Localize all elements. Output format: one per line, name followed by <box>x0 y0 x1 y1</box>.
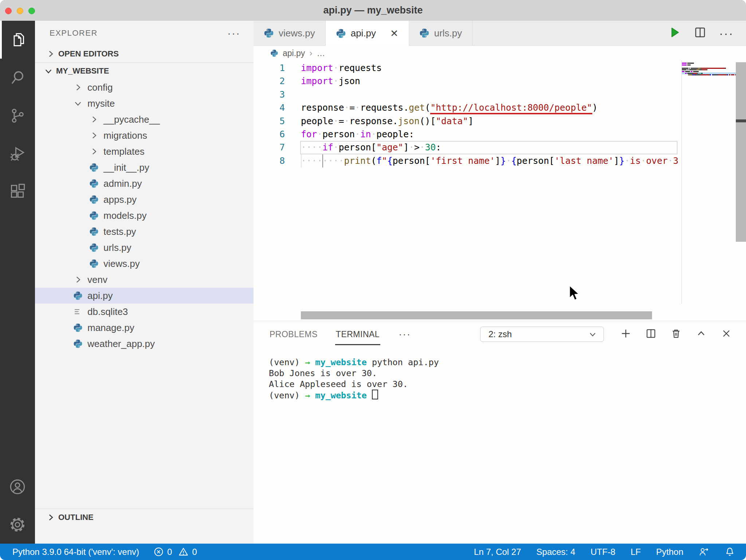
status-indentation[interactable]: Spaces: 4 <box>537 547 576 557</box>
tree-item-label: views.py <box>103 258 140 269</box>
tree-item-weather-app-py[interactable]: weather_app.py <box>35 336 254 352</box>
tree-item-label: urls.py <box>103 242 131 253</box>
maximize-panel-button[interactable] <box>695 328 707 341</box>
outline-section[interactable]: OUTLINE <box>35 509 254 525</box>
terminal-shell-select[interactable]: 2: zsh <box>480 327 604 342</box>
split-editor-button[interactable] <box>694 26 707 40</box>
tree-item-api-py[interactable]: api.py <box>35 288 254 304</box>
kill-terminal-button[interactable] <box>670 328 682 341</box>
new-terminal-button[interactable] <box>620 328 632 341</box>
tree-item-mysite[interactable]: mysite <box>35 95 254 111</box>
tree-item-label: __pycache__ <box>103 114 160 125</box>
status-eol[interactable]: LF <box>631 547 641 557</box>
breadcrumb-file[interactable]: api.py <box>283 48 305 58</box>
tree-item-urls-py[interactable]: urls.py <box>35 240 254 256</box>
run-python-file-button[interactable] <box>668 26 681 40</box>
activity-bar-run-debug[interactable] <box>0 134 35 172</box>
tree-item-views-py[interactable]: views.py <box>35 256 254 272</box>
tree-item--pycache-[interactable]: __pycache__ <box>35 111 254 127</box>
sidebar-title: EXPLORER <box>50 28 98 38</box>
minimize-window-button[interactable] <box>17 8 23 14</box>
python-icon <box>89 259 99 268</box>
activity-bar-extensions[interactable] <box>0 172 35 210</box>
vertical-scrollbar[interactable] <box>736 62 746 242</box>
code-line-7[interactable]: 7····if·person["age"]·>·30: <box>254 141 746 154</box>
status-encoding[interactable]: UTF-8 <box>590 547 615 557</box>
code-line-8[interactable]: 8········print(f"{person['first name']}·… <box>254 154 746 167</box>
workspace-label: MY_WEBSITE <box>56 66 109 76</box>
window-title: api.py — my_website <box>323 5 423 16</box>
workspace-section[interactable]: MY_WEBSITE <box>35 63 254 79</box>
python-interpreter-status[interactable]: Python 3.9.0 64-bit ('venv': venv) <box>12 547 139 557</box>
close-panel-button[interactable] <box>721 328 732 341</box>
warning-count: 0 <box>192 547 197 557</box>
terminal-line: Bob Jones is over 30. <box>269 368 746 379</box>
open-editors-section[interactable]: OPEN EDITORS <box>35 46 254 63</box>
activity-bar-explorer[interactable] <box>0 21 35 59</box>
activity-bar-settings[interactable] <box>0 506 35 544</box>
activity-bar-account[interactable] <box>0 468 35 506</box>
more-actions-button[interactable]: ··· <box>719 26 734 40</box>
breadcrumb[interactable]: api.py›… <box>254 46 746 60</box>
minimap[interactable] <box>682 62 736 303</box>
tree-item-migrations[interactable]: migrations <box>35 127 254 143</box>
tree-item-tests-py[interactable]: tests.py <box>35 224 254 240</box>
activity-bar-search[interactable] <box>0 59 35 96</box>
close-tab-icon[interactable]: ✕ <box>390 28 398 39</box>
code-line-5[interactable]: 5people·=·response.json()["data"] <box>254 115 746 128</box>
panel-tab-problems[interactable]: PROBLEMS <box>269 323 318 344</box>
code-line-2[interactable]: 2import·json <box>254 75 746 88</box>
vertical-scrollbar-thumb[interactable] <box>736 119 746 122</box>
code-line-4[interactable]: 4response·=·requests.get("http://localho… <box>254 101 746 114</box>
status-language-mode[interactable]: Python <box>656 547 683 557</box>
activity-bar-source-control[interactable] <box>0 96 35 134</box>
run-debug-icon <box>9 145 26 162</box>
tree-item--init-py[interactable]: __init__.py <box>35 159 254 176</box>
chevron-down-icon <box>73 99 83 108</box>
tree-item-label: apps.py <box>103 194 137 205</box>
sidebar-more-actions-button[interactable]: ··· <box>227 27 240 39</box>
code-line-6[interactable]: 6for·person·in·people: <box>254 128 746 141</box>
warning-icon <box>178 547 188 557</box>
chevron-right-icon <box>46 49 55 59</box>
code-line-1[interactable]: 1import·requests <box>254 62 746 75</box>
code-editor[interactable]: 1import·requests2import·json34response·=… <box>254 60 746 321</box>
tab-urls-py[interactable]: urls.py <box>409 21 473 46</box>
tree-item-config[interactable]: config <box>35 79 254 95</box>
tree-item-templates[interactable]: templates <box>35 143 254 159</box>
indent-guide <box>301 154 302 167</box>
tab-label: api.py <box>351 28 376 39</box>
status-cursor-position[interactable]: Ln 7, Col 27 <box>474 547 521 557</box>
line-number: 2 <box>254 75 301 88</box>
tree-item-admin-py[interactable]: admin.py <box>35 176 254 192</box>
activity-bar <box>0 21 35 544</box>
breadcrumb-symbol[interactable]: … <box>317 48 325 58</box>
python-icon <box>336 28 346 39</box>
panel-header: PROBLEMSTERMINAL ··· 2: zsh <box>254 321 746 347</box>
code-line-3[interactable]: 3 <box>254 88 746 101</box>
feedback-icon[interactable] <box>699 547 709 557</box>
terminal-output[interactable]: (venv) → my_website python api.pyBob Jon… <box>254 347 746 401</box>
tree-item-db-sqlite3[interactable]: db.sqlite3 <box>35 304 254 320</box>
vscode-window: api.py — my_website EXPLORER ··· OPEN ED… <box>0 0 746 560</box>
zoom-window-button[interactable] <box>28 8 35 14</box>
tree-item-models-py[interactable]: models.py <box>35 208 254 224</box>
tab-views-py[interactable]: views.py <box>254 21 326 46</box>
gear-icon <box>9 516 26 533</box>
panel-tab-terminal[interactable]: TERMINAL <box>335 323 380 345</box>
bell-icon[interactable] <box>725 547 735 557</box>
tab-api-py[interactable]: api.py✕ <box>326 21 409 46</box>
close-window-button[interactable] <box>5 8 12 14</box>
tree-item-label: api.py <box>87 290 113 301</box>
panel-more-actions-button[interactable]: ··· <box>398 328 411 340</box>
tree-item-manage-py[interactable]: manage.py <box>35 320 254 336</box>
tree-item-venv[interactable]: venv <box>35 272 254 288</box>
files-icon <box>9 31 26 48</box>
horizontal-scrollbar-thumb[interactable] <box>301 311 652 319</box>
tree-item-apps-py[interactable]: apps.py <box>35 192 254 208</box>
python-icon <box>264 28 274 38</box>
chevron-up-icon <box>695 328 707 339</box>
split-terminal-button[interactable] <box>645 328 657 341</box>
minimap-line <box>682 74 736 76</box>
problems-status[interactable]: 0 0 <box>154 547 197 557</box>
